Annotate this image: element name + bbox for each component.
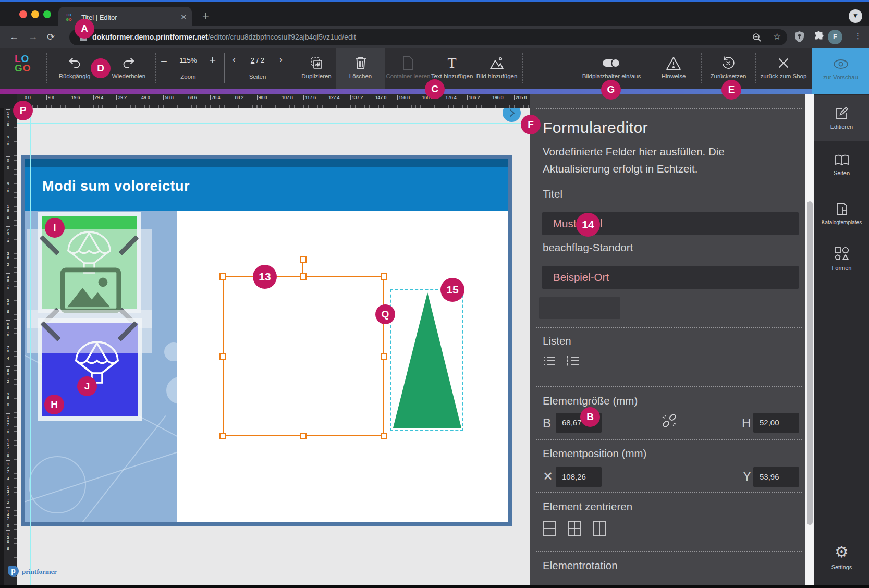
- printformer-logo-icon: p: [8, 566, 19, 577]
- catalog-template-icon: [836, 202, 848, 216]
- panel-scrollbar[interactable]: [805, 94, 814, 585]
- close-x-icon: [777, 55, 790, 71]
- x-position-input[interactable]: 108,26: [556, 467, 602, 487]
- extensions-puzzle-icon[interactable]: [813, 31, 825, 42]
- window-close-button[interactable]: [19, 10, 27, 18]
- duplicate-button[interactable]: Duplizieren: [290, 48, 342, 89]
- annotation-badge-H: H: [44, 395, 64, 414]
- annotation-badge-I: I: [45, 218, 65, 238]
- rotation-handle[interactable]: [300, 256, 307, 263]
- reload-icon[interactable]: ⟳: [47, 31, 55, 43]
- pages-book-icon: [835, 154, 849, 166]
- scrollbar-thumb[interactable]: [807, 201, 813, 525]
- horizontal-ruler: 0.09.819.629.439.249.058.868.678.488.298…: [17, 94, 530, 108]
- reset-icon: [721, 55, 736, 71]
- selected-element-frame[interactable]: [223, 276, 384, 436]
- page-header[interactable]: Modi sum voloreictur: [25, 167, 508, 211]
- divider: [536, 492, 802, 493]
- sidebar-item-settings[interactable]: ⚙ Settings: [814, 534, 869, 580]
- profile-avatar[interactable]: F: [828, 30, 842, 44]
- resize-handle-ne[interactable]: [381, 273, 387, 280]
- beachflag-input[interactable]: Beispiel-Ort: [542, 266, 799, 289]
- page-indicator: 2 / 2: [228, 56, 287, 64]
- url-field[interactable]: dokuformer.demo.printformer.net/editor/c…: [69, 29, 787, 45]
- resize-handle-se[interactable]: [381, 433, 387, 439]
- divider: [536, 551, 802, 552]
- annotation-badge-15: 15: [440, 278, 464, 302]
- center-both-icon[interactable]: [568, 520, 581, 537]
- browser-menu-icon[interactable]: ⋮: [854, 31, 862, 41]
- window-maximize-button[interactable]: [43, 10, 51, 18]
- eye-icon: [833, 56, 849, 72]
- bullet-list-icon[interactable]: [543, 354, 556, 367]
- hints-button[interactable]: Hinweise: [647, 48, 700, 89]
- tab-close-icon[interactable]: ✕: [180, 13, 187, 22]
- sidebar-item-katalogtemplates[interactable]: Katalogtemplates: [814, 191, 869, 236]
- annotation-badge-14: 14: [576, 213, 600, 237]
- lists-label: Listen: [543, 335, 571, 347]
- sidebar-item-editieren[interactable]: Editieren: [814, 95, 869, 141]
- zoom-in-button[interactable]: +: [209, 54, 216, 67]
- application-window: LO GO Titel | Editor ✕ + ▼ ← → ⟳ dokufor…: [0, 0, 869, 588]
- zoom-page-icon[interactable]: [752, 33, 762, 42]
- tab-favicon-logo: LO GO: [64, 13, 74, 23]
- resize-handle-sw[interactable]: [219, 433, 226, 439]
- window-minimize-button[interactable]: [31, 10, 39, 18]
- height-input[interactable]: 52,00: [753, 413, 799, 433]
- y-position-input[interactable]: 53,96: [753, 467, 799, 487]
- add-image-button[interactable]: Bild hinzufügen: [471, 48, 523, 89]
- back-icon[interactable]: ←: [9, 31, 19, 42]
- address-bar: ← → ⟳ dokuformer.demo.printformer.net/ed…: [0, 26, 869, 48]
- sidebar-item-seiten[interactable]: Seiten: [814, 142, 869, 188]
- empty-field-box[interactable]: [539, 297, 620, 319]
- add-image-icon: [489, 55, 505, 71]
- forward-icon[interactable]: →: [28, 31, 38, 42]
- preview-button[interactable]: zur Vorschau: [812, 48, 869, 94]
- placeholder-drag-overlay[interactable]: [27, 310, 152, 353]
- triangle-shape[interactable]: [391, 291, 462, 430]
- link-broken-icon[interactable]: [660, 412, 678, 430]
- resize-handle-e[interactable]: [381, 353, 387, 360]
- zoom-group: − 115% + Zoom: [154, 48, 222, 89]
- form-editor-panel: Formulareditor Vordefinierte Felder hier…: [530, 94, 805, 585]
- redo-button[interactable]: Wiederholen: [103, 48, 155, 89]
- bookmark-star-icon[interactable]: ☆: [773, 31, 781, 42]
- add-text-icon: T: [447, 55, 456, 71]
- height-letter: H: [742, 416, 751, 431]
- annotation-badge-Q: Q: [375, 304, 395, 324]
- drag-mark-icon: [41, 321, 61, 341]
- annotation-badge-A: A: [75, 19, 94, 39]
- center-vertical-icon[interactable]: [543, 520, 556, 537]
- warning-triangle-icon: [666, 55, 681, 71]
- delete-button[interactable]: Löschen: [336, 48, 385, 89]
- resize-handle-n[interactable]: [300, 273, 307, 280]
- back-to-shop-button[interactable]: zurück zum Shop: [755, 48, 812, 89]
- design-canvas[interactable]: Modi sum voloreictur: [17, 108, 530, 585]
- divider: [536, 439, 802, 440]
- password-shield-icon[interactable]: [794, 31, 804, 43]
- page-title[interactable]: Modi sum voloreictur: [42, 178, 190, 194]
- resize-handle-s[interactable]: [300, 433, 307, 439]
- annotation-badge-P: P: [13, 101, 33, 120]
- width-letter: B: [543, 416, 551, 431]
- empty-container-icon: [402, 55, 414, 71]
- panel-subtitle: Vordefinierte Felder hier ausfüllen. Die…: [543, 143, 784, 177]
- next-page-icon[interactable]: ›: [279, 54, 283, 65]
- resize-handle-nw[interactable]: [219, 273, 226, 280]
- drag-mark-icon: [40, 235, 60, 255]
- sidebar-item-formen[interactable]: Formen: [814, 236, 869, 281]
- downloads-icon[interactable]: ▼: [849, 9, 862, 23]
- image-glyph-icon: [60, 267, 121, 313]
- shop-logo: LO GO: [15, 54, 31, 73]
- x-letter: ✕: [543, 469, 553, 484]
- element-center-label: Element zentrieren: [543, 500, 632, 513]
- resize-handle-w[interactable]: [219, 353, 226, 360]
- center-horizontal-icon[interactable]: [593, 520, 606, 537]
- trash-icon: [354, 55, 367, 71]
- new-tab-button[interactable]: +: [202, 9, 209, 23]
- panel-collapse-button[interactable]: [503, 108, 521, 122]
- numbered-list-icon[interactable]: [567, 354, 580, 367]
- duplicate-icon: [309, 55, 324, 71]
- annotation-badge-B: B: [580, 407, 600, 427]
- element-rotation-label: Elementrotation: [543, 559, 618, 572]
